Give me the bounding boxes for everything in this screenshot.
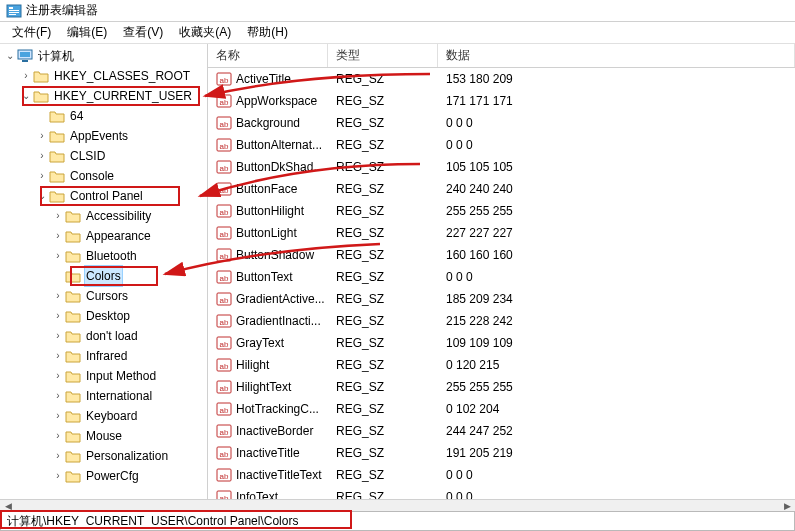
- value-data: 160 160 160: [438, 248, 795, 262]
- tree-dontload[interactable]: › don't load: [2, 326, 207, 346]
- tree-mouse[interactable]: › Mouse: [2, 426, 207, 446]
- tree-personalization[interactable]: › Personalization: [2, 446, 207, 466]
- tree-infrared[interactable]: › Infrared: [2, 346, 207, 366]
- folder-icon: [49, 109, 65, 123]
- value-name: HilightText: [236, 380, 291, 394]
- expand-toggle[interactable]: ›: [52, 306, 64, 326]
- value-row[interactable]: abGradientActive...REG_SZ185 209 234: [208, 288, 795, 310]
- expand-toggle[interactable]: ›: [52, 366, 64, 386]
- list-header: 名称 类型 数据: [208, 44, 795, 68]
- value-row[interactable]: abAppWorkspaceREG_SZ171 171 171: [208, 90, 795, 112]
- value-row[interactable]: abHilightTextREG_SZ255 255 255: [208, 376, 795, 398]
- value-row[interactable]: abButtonHilightREG_SZ255 255 255: [208, 200, 795, 222]
- expand-toggle[interactable]: ›: [52, 206, 64, 226]
- tree-hkcr[interactable]: › HKEY_CLASSES_ROOT: [2, 66, 207, 86]
- svg-rect-3: [9, 12, 19, 13]
- value-row[interactable]: abGrayTextREG_SZ109 109 109: [208, 332, 795, 354]
- tree-inputmethod[interactable]: › Input Method: [2, 366, 207, 386]
- expand-toggle[interactable]: ›: [52, 346, 64, 366]
- tree-colors[interactable]: Colors: [2, 266, 207, 286]
- tree-appearance[interactable]: › Appearance: [2, 226, 207, 246]
- menu-edit[interactable]: 编辑(E): [59, 22, 115, 43]
- value-row[interactable]: abInfoTextREG_SZ0 0 0: [208, 486, 795, 499]
- expand-toggle[interactable]: ›: [52, 286, 64, 306]
- svg-text:ab: ab: [220, 362, 229, 371]
- value-data: 0 120 215: [438, 358, 795, 372]
- expand-toggle[interactable]: ⌄: [4, 46, 16, 66]
- value-row[interactable]: abInactiveTitleTextREG_SZ0 0 0: [208, 464, 795, 486]
- expand-toggle[interactable]: ›: [52, 466, 64, 486]
- tree-international[interactable]: › International: [2, 386, 207, 406]
- expand-toggle[interactable]: ⌄: [20, 86, 32, 106]
- string-value-icon: ab: [216, 445, 232, 461]
- tree-controlpanel[interactable]: ⌄ Control Panel: [2, 186, 207, 206]
- value-row[interactable]: abHotTrackingC...REG_SZ0 102 204: [208, 398, 795, 420]
- tree-keyboard[interactable]: › Keyboard: [2, 406, 207, 426]
- scroll-left-icon[interactable]: ◀: [0, 501, 16, 511]
- tree-accessibility[interactable]: › Accessibility: [2, 206, 207, 226]
- value-row[interactable]: abButtonAlternat...REG_SZ0 0 0: [208, 134, 795, 156]
- tree-cursors[interactable]: › Cursors: [2, 286, 207, 306]
- expand-toggle[interactable]: ›: [52, 406, 64, 426]
- value-row[interactable]: abInactiveBorderREG_SZ244 247 252: [208, 420, 795, 442]
- svg-text:ab: ab: [220, 142, 229, 151]
- tree-root-computer[interactable]: ⌄ 计算机: [2, 46, 207, 66]
- expand-toggle[interactable]: ›: [52, 326, 64, 346]
- client-area: ⌄ 计算机 › HKEY_CLASSES_ROOT ⌄ HKEY_CURRENT…: [0, 44, 795, 499]
- expand-toggle[interactable]: ›: [36, 146, 48, 166]
- registry-tree[interactable]: ⌄ 计算机 › HKEY_CLASSES_ROOT ⌄ HKEY_CURRENT…: [2, 46, 207, 486]
- svg-text:ab: ab: [220, 120, 229, 129]
- value-row[interactable]: abGradientInacti...REG_SZ215 228 242: [208, 310, 795, 332]
- scroll-right-icon[interactable]: ▶: [779, 501, 795, 511]
- value-row[interactable]: abButtonDkShad...REG_SZ105 105 105: [208, 156, 795, 178]
- expand-toggle[interactable]: ›: [52, 426, 64, 446]
- value-type: REG_SZ: [328, 490, 438, 499]
- expand-toggle[interactable]: ›: [52, 386, 64, 406]
- col-data[interactable]: 数据: [438, 44, 795, 67]
- menu-favorites[interactable]: 收藏夹(A): [171, 22, 239, 43]
- col-name[interactable]: 名称: [208, 44, 328, 67]
- value-row[interactable]: abButtonTextREG_SZ0 0 0: [208, 266, 795, 288]
- string-value-icon: ab: [216, 335, 232, 351]
- expand-toggle[interactable]: ›: [52, 446, 64, 466]
- expand-toggle[interactable]: ⌄: [36, 186, 48, 206]
- svg-text:ab: ab: [220, 384, 229, 393]
- expand-toggle[interactable]: ›: [52, 226, 64, 246]
- value-name: InactiveTitleText: [236, 468, 322, 482]
- value-row[interactable]: abButtonFaceREG_SZ240 240 240: [208, 178, 795, 200]
- expand-toggle[interactable]: ›: [20, 66, 32, 86]
- string-value-icon: ab: [216, 93, 232, 109]
- horizontal-scrollbar[interactable]: ◀ ▶: [0, 499, 795, 511]
- tree-label: Console: [68, 166, 116, 186]
- menu-help[interactable]: 帮助(H): [239, 22, 296, 43]
- value-type: REG_SZ: [328, 248, 438, 262]
- value-row[interactable]: abButtonLightREG_SZ227 227 227: [208, 222, 795, 244]
- tree-pane[interactable]: ⌄ 计算机 › HKEY_CLASSES_ROOT ⌄ HKEY_CURRENT…: [0, 44, 208, 499]
- tree-64[interactable]: 64: [2, 106, 207, 126]
- tree-desktop[interactable]: › Desktop: [2, 306, 207, 326]
- tree-powercfg[interactable]: › PowerCfg: [2, 466, 207, 486]
- value-row[interactable]: abActiveTitleREG_SZ153 180 209: [208, 68, 795, 90]
- value-data: 240 240 240: [438, 182, 795, 196]
- value-row[interactable]: abInactiveTitleREG_SZ191 205 219: [208, 442, 795, 464]
- svg-text:ab: ab: [220, 274, 229, 283]
- value-row[interactable]: abBackgroundREG_SZ0 0 0: [208, 112, 795, 134]
- menu-view[interactable]: 查看(V): [115, 22, 171, 43]
- tree-appevents[interactable]: › AppEvents: [2, 126, 207, 146]
- value-type: REG_SZ: [328, 204, 438, 218]
- svg-text:ab: ab: [220, 230, 229, 239]
- tree-bluetooth[interactable]: › Bluetooth: [2, 246, 207, 266]
- menu-file[interactable]: 文件(F): [4, 22, 59, 43]
- value-row[interactable]: abHilightREG_SZ0 120 215: [208, 354, 795, 376]
- list-body[interactable]: abActiveTitleREG_SZ153 180 209abAppWorks…: [208, 68, 795, 499]
- col-type[interactable]: 类型: [328, 44, 438, 67]
- value-type: REG_SZ: [328, 182, 438, 196]
- string-value-icon: ab: [216, 401, 232, 417]
- tree-clsid[interactable]: › CLSID: [2, 146, 207, 166]
- expand-toggle[interactable]: ›: [36, 126, 48, 146]
- tree-hkcu[interactable]: ⌄ HKEY_CURRENT_USER: [2, 86, 207, 106]
- expand-toggle[interactable]: ›: [36, 166, 48, 186]
- tree-console[interactable]: › Console: [2, 166, 207, 186]
- value-row[interactable]: abButtonShadowREG_SZ160 160 160: [208, 244, 795, 266]
- expand-toggle[interactable]: ›: [52, 246, 64, 266]
